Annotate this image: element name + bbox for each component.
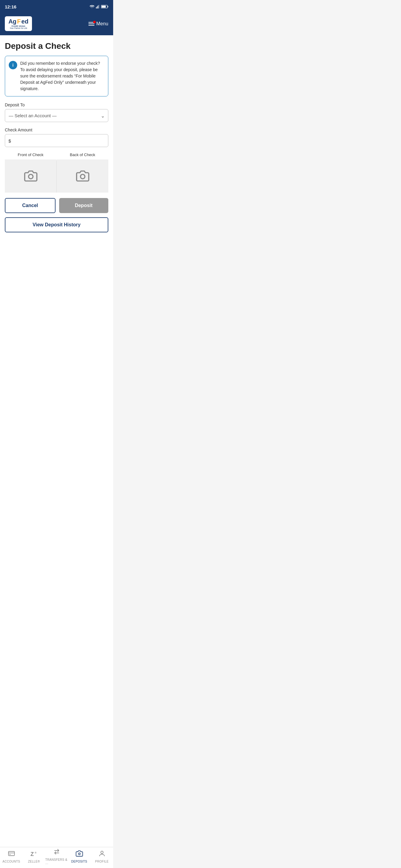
front-label: Front of Check <box>18 153 44 157</box>
transfers-icon <box>53 848 60 851</box>
logo-box: Ag F ed Credit Union Your Partner for Li… <box>5 16 32 31</box>
nav-transfers[interactable]: TRANSFERS & … <box>45 848 68 851</box>
svg-rect-6 <box>102 6 106 8</box>
hamburger-icon <box>88 22 94 26</box>
svg-rect-2 <box>98 5 98 8</box>
info-text: Did you remember to endorse your check? … <box>20 60 104 92</box>
accounts-icon <box>8 850 15 852</box>
logo-credit-union: Credit Union <box>11 25 25 27</box>
action-buttons: Cancel Deposit <box>5 198 108 213</box>
info-banner: i Did you remember to endorse your check… <box>5 56 108 96</box>
view-deposit-history-button[interactable]: View Deposit History <box>5 217 108 232</box>
nav-profile[interactable]: PROFILE <box>90 850 113 852</box>
status-icons <box>90 5 108 8</box>
back-check-col: Back of Check <box>57 153 108 193</box>
nav-deposits[interactable]: DEPOSITS <box>68 850 90 852</box>
dollar-sign: $ <box>8 138 11 143</box>
amount-input[interactable] <box>5 134 108 147</box>
amount-input-wrapper: $ <box>5 134 108 147</box>
page-title: Deposit a Check <box>5 41 108 51</box>
nav-zelle[interactable]: Z ® ZELLE® <box>23 850 45 852</box>
signal-icon <box>96 5 99 8</box>
account-select[interactable]: — Select an Account — <box>5 109 108 122</box>
status-bar: 12:16 <box>0 0 113 13</box>
menu-button[interactable]: Menu <box>88 21 108 27</box>
svg-rect-3 <box>99 5 99 8</box>
svg-point-12 <box>101 851 103 852</box>
check-amount-label: Check Amount <box>5 127 108 132</box>
front-check-col: Front of Check <box>5 153 56 193</box>
zelle-icon: Z ® <box>30 850 38 852</box>
notification-dot <box>93 21 96 23</box>
svg-text:®: ® <box>35 851 36 852</box>
svg-rect-5 <box>108 6 108 7</box>
svg-text:Z: Z <box>30 851 34 852</box>
deposit-button[interactable]: Deposit <box>59 198 109 213</box>
back-label: Back of Check <box>70 153 95 157</box>
bottom-nav: ACCOUNTS Z ® ZELLE® TRANSFERS & … DEPOSI… <box>0 847 113 851</box>
status-time: 12:16 <box>5 4 16 9</box>
svg-rect-1 <box>97 6 97 8</box>
profile-icon <box>98 850 106 852</box>
cancel-button[interactable]: Cancel <box>5 198 56 213</box>
battery-icon <box>101 5 108 8</box>
svg-rect-7 <box>8 851 15 852</box>
page-content: Deposit a Check i Did you remember to en… <box>0 35 113 851</box>
info-icon: i <box>9 61 17 69</box>
svg-rect-0 <box>96 7 96 8</box>
check-images-section: Front of Check Back of Check <box>5 153 108 193</box>
menu-label: Menu <box>96 21 108 27</box>
nav-accounts[interactable]: ACCOUNTS <box>0 850 23 852</box>
logo-ed: ed <box>22 18 28 25</box>
wifi-icon <box>90 5 94 8</box>
logo-ag: Ag <box>8 18 17 25</box>
deposits-icon <box>76 850 83 852</box>
logo: Ag F ed Credit Union Your Partner for Li… <box>5 16 32 31</box>
front-check-upload[interactable] <box>5 159 56 193</box>
logo-tagline: Your Partner for Life <box>10 27 27 29</box>
account-select-wrapper: — Select an Account — ⌄ <box>5 109 108 122</box>
app-header: Ag F ed Credit Union Your Partner for Li… <box>0 13 113 35</box>
logo-fed: F <box>17 18 21 25</box>
camera-icon-back <box>76 169 89 183</box>
back-check-upload[interactable] <box>57 159 108 193</box>
deposit-to-label: Deposit To <box>5 102 108 107</box>
camera-icon-front <box>24 169 37 183</box>
check-amount-field: Check Amount $ <box>5 127 108 147</box>
deposit-to-field: Deposit To — Select an Account — ⌄ <box>5 102 108 122</box>
